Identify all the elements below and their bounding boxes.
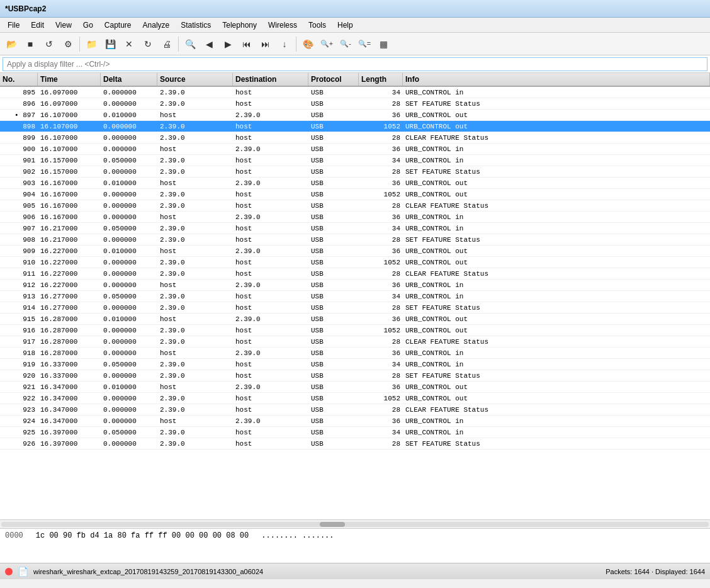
- cell-time: 16.347000: [38, 406, 101, 414]
- go-last-btn[interactable]: ⏭: [257, 35, 274, 53]
- table-row[interactable]: 92516.3970000.0500002.39.0hostUSB34URB_C…: [0, 427, 710, 438]
- cell-destination: host: [233, 406, 308, 414]
- table-row[interactable]: 90516.1670000.0000002.39.0hostUSB28CLEAR…: [0, 200, 710, 212]
- table-row[interactable]: 91816.2870000.000000host2.39.0USB36URB_C…: [0, 348, 710, 359]
- cell-time: 16.347000: [38, 395, 101, 402]
- table-row[interactable]: 92116.3470000.010000host2.39.0USB36URB_C…: [0, 382, 710, 393]
- close-file-btn[interactable]: ✕: [120, 35, 138, 53]
- table-row[interactable]: 90616.1670000.000000host2.39.0USB36URB_C…: [0, 212, 710, 223]
- layout-btn[interactable]: ▦: [375, 35, 392, 53]
- capture-options-btn[interactable]: ⚙: [59, 35, 77, 53]
- table-row[interactable]: 91416.2770000.0000002.39.0hostUSB28SET F…: [0, 302, 710, 314]
- go-first-btn[interactable]: ⏮: [238, 35, 256, 53]
- col-no[interactable]: No.: [0, 73, 38, 86]
- zoom-out-btn[interactable]: 🔍-: [337, 35, 354, 53]
- table-row[interactable]: 89516.0970000.0000002.39.0hostUSB34URB_C…: [0, 87, 710, 98]
- print-btn[interactable]: 🖨: [158, 35, 176, 53]
- cell-time: 16.337000: [38, 372, 101, 380]
- menu-item-tools[interactable]: Tools: [303, 20, 331, 31]
- cell-delta: 0.050000: [101, 429, 157, 436]
- table-row[interactable]: 91516.2870000.010000host2.39.0USB36URB_C…: [0, 314, 710, 325]
- table-row[interactable]: 91016.2270000.0000002.39.0hostUSB1052URB…: [0, 257, 710, 268]
- col-dest[interactable]: Destination: [233, 73, 308, 86]
- table-row[interactable]: 90316.1670000.010000host2.39.0USB36URB_C…: [0, 178, 710, 189]
- menu-item-edit[interactable]: Edit: [26, 20, 49, 31]
- cell-time: 16.107000: [38, 134, 101, 142]
- cell-source: host: [157, 417, 233, 425]
- cell-source: 2.39.0: [157, 89, 233, 96]
- table-row[interactable]: 91216.2270000.000000host2.39.0USB36URB_C…: [0, 280, 710, 291]
- save-file-btn[interactable]: 💾: [101, 35, 119, 53]
- table-row[interactable]: 91616.2870000.0000002.39.0hostUSB1052URB…: [0, 325, 710, 336]
- menu-item-telephony[interactable]: Telephony: [217, 20, 262, 31]
- menu-item-wireless[interactable]: Wireless: [263, 20, 302, 31]
- horizontal-scrollbar[interactable]: [0, 519, 710, 528]
- cell-protocol: USB: [308, 304, 359, 312]
- cell-delta: 0.000000: [101, 406, 157, 414]
- scrollbar-track[interactable]: [1, 522, 709, 527]
- menu-item-help[interactable]: Help: [332, 20, 358, 31]
- cell-protocol: USB: [308, 213, 359, 221]
- menu-item-file[interactable]: File: [3, 20, 25, 31]
- cell-info: URB_CONTROL in: [403, 361, 710, 368]
- menu-item-view[interactable]: View: [50, 20, 77, 31]
- col-proto[interactable]: Protocol: [308, 73, 359, 86]
- table-row[interactable]: • 89716.1070000.010000host2.39.0USB36URB…: [0, 110, 710, 121]
- open-file-btn[interactable]: 📁: [82, 35, 100, 53]
- table-row[interactable]: 92416.3470000.000000host2.39.0USB36URB_C…: [0, 416, 710, 427]
- cell-length: 28: [359, 372, 403, 380]
- recording-indicator: [5, 568, 13, 575]
- cell-protocol: USB: [308, 417, 359, 425]
- table-row[interactable]: 91116.2270000.0000002.39.0hostUSB28CLEAR…: [0, 268, 710, 280]
- col-source[interactable]: Source: [157, 73, 233, 86]
- find-packet-btn[interactable]: 🔍: [181, 35, 199, 53]
- table-row[interactable]: 89916.1070000.0000002.39.0hostUSB28CLEAR…: [0, 132, 710, 144]
- next-packet-btn[interactable]: ▶: [219, 35, 237, 53]
- col-info[interactable]: Info: [403, 73, 710, 86]
- menu-item-capture[interactable]: Capture: [99, 20, 137, 31]
- table-row[interactable]: 92016.3370000.0000002.39.0hostUSB28SET F…: [0, 370, 710, 382]
- reload-file-btn[interactable]: ↻: [139, 35, 157, 53]
- table-row[interactable]: 92216.3470000.0000002.39.0hostUSB1052URB…: [0, 393, 710, 404]
- table-row[interactable]: 90216.1570000.0000002.39.0hostUSB28SET F…: [0, 166, 710, 178]
- menu-item-statistics[interactable]: Statistics: [176, 20, 216, 31]
- col-time[interactable]: Time: [38, 73, 101, 86]
- cell-time: 16.107000: [38, 145, 101, 153]
- table-row[interactable]: 92316.3470000.0000002.39.0hostUSB28CLEAR…: [0, 404, 710, 416]
- col-delta[interactable]: Delta: [101, 73, 157, 86]
- table-row[interactable]: 90016.1070000.000000host2.39.0USB36URB_C…: [0, 144, 710, 155]
- table-row[interactable]: 90116.1570000.0500002.39.0hostUSB34URB_C…: [0, 155, 710, 166]
- go-to-btn[interactable]: ↓: [276, 35, 293, 53]
- cell-protocol: USB: [308, 315, 359, 323]
- stop-capture-btn[interactable]: ■: [21, 35, 39, 53]
- table-row[interactable]: 89816.1070000.0000002.39.0hostUSB1052URB…: [0, 121, 710, 132]
- table-row[interactable]: 90816.2170000.0000002.39.0hostUSB28SET F…: [0, 234, 710, 246]
- colorize-btn[interactable]: 🎨: [299, 35, 317, 53]
- table-row[interactable]: 91716.2870000.0000002.39.0hostUSB28CLEAR…: [0, 336, 710, 348]
- cell-length: 34: [359, 89, 403, 96]
- cell-destination: host: [233, 338, 308, 346]
- zoom-in-btn[interactable]: 🔍+: [318, 35, 335, 53]
- menu-item-analyze[interactable]: Analyze: [138, 20, 175, 31]
- filter-input[interactable]: [3, 57, 707, 71]
- cell-length: 36: [359, 315, 403, 323]
- cell-no: 908: [0, 236, 38, 244]
- scrollbar-thumb[interactable]: [320, 522, 345, 527]
- table-row[interactable]: 89616.0970000.0000002.39.0hostUSB28SET F…: [0, 98, 710, 110]
- cell-source: 2.39.0: [157, 100, 233, 108]
- table-row[interactable]: 90416.1670000.0000002.39.0hostUSB1052URB…: [0, 189, 710, 200]
- prev-packet-btn[interactable]: ◀: [200, 35, 218, 53]
- table-row[interactable]: 92616.3970000.0000002.39.0hostUSB28SET F…: [0, 438, 710, 449]
- open-capture-btn[interactable]: 📂: [3, 35, 20, 53]
- zoom-normal-btn[interactable]: 🔍=: [356, 35, 373, 53]
- restart-capture-btn[interactable]: ↺: [40, 35, 58, 53]
- table-row[interactable]: 90716.2170000.0500002.39.0hostUSB34URB_C…: [0, 223, 710, 234]
- table-row[interactable]: 91916.3370000.0500002.39.0hostUSB34URB_C…: [0, 359, 710, 370]
- menu-item-go[interactable]: Go: [78, 20, 98, 31]
- table-row[interactable]: 90916.2270000.010000host2.39.0USB36URB_C…: [0, 246, 710, 257]
- cell-source: host: [157, 281, 233, 289]
- cell-source: host: [157, 213, 233, 221]
- col-length[interactable]: Length: [359, 73, 403, 86]
- cell-protocol: USB: [308, 168, 359, 176]
- table-row[interactable]: 91316.2770000.0500002.39.0hostUSB34URB_C…: [0, 291, 710, 302]
